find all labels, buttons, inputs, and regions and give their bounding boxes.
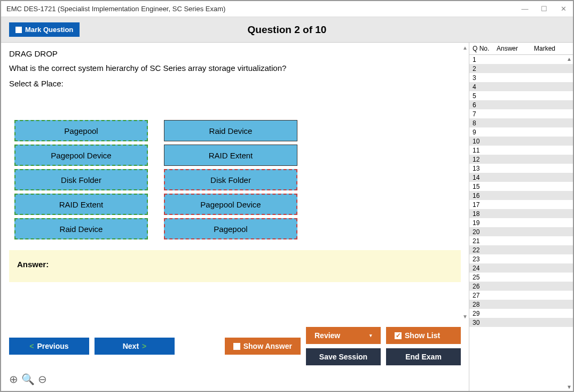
- end-exam-button[interactable]: End Exam: [386, 348, 461, 365]
- list-row-qno: 23: [473, 255, 494, 263]
- list-row[interactable]: 26: [469, 282, 573, 291]
- show-list-button[interactable]: Show List: [386, 327, 461, 344]
- list-row[interactable]: 17: [469, 200, 573, 209]
- list-row-qno: 16: [473, 192, 494, 199]
- list-row[interactable]: 19: [469, 218, 573, 227]
- maximize-icon[interactable]: ☐: [540, 5, 548, 13]
- list-row-qno: 5: [473, 92, 494, 100]
- list-row[interactable]: 5: [469, 91, 573, 100]
- target-column: Raid Device RAID Extent Disk Folder Page…: [164, 120, 297, 239]
- list-row[interactable]: 3: [469, 73, 573, 82]
- list-row-qno: 13: [473, 165, 494, 172]
- list-row[interactable]: 23: [469, 254, 573, 263]
- show-answer-label: Show Answer: [243, 342, 292, 350]
- list-row-qno: 3: [473, 74, 494, 82]
- question-scroll[interactable]: ▲ DRAG DROP What is the correct system h…: [1, 43, 469, 322]
- list-row-qno: 8: [473, 119, 494, 127]
- close-icon[interactable]: ✕: [559, 5, 568, 13]
- drop-target-item[interactable]: Pagepool Device: [164, 194, 297, 215]
- col-showlist-end: Show List End Exam: [386, 327, 461, 365]
- drop-target-item[interactable]: Disk Folder: [164, 169, 297, 190]
- list-row[interactable]: 11: [469, 146, 573, 155]
- review-button[interactable]: Review ▾: [306, 327, 381, 344]
- zoom-reset-icon[interactable]: 🔍: [21, 373, 35, 386]
- list-row[interactable]: 6: [469, 100, 573, 109]
- list-row-qno: 6: [473, 101, 494, 109]
- list-row-qno: 29: [473, 310, 494, 317]
- list-scroll-up-icon[interactable]: ▲: [567, 56, 572, 62]
- answer-box: Answer:: [9, 250, 461, 282]
- list-row[interactable]: 22: [469, 245, 573, 254]
- save-session-button[interactable]: Save Session: [306, 348, 381, 365]
- drop-target-item[interactable]: Raid Device: [164, 120, 297, 141]
- list-row-qno: 30: [473, 319, 494, 326]
- previous-label: Previous: [37, 342, 69, 350]
- zoom-bar: ⊕ 🔍 ⊖: [1, 371, 469, 391]
- source-column: Pagepool Pagepool Device Disk Folder RAI…: [14, 120, 148, 239]
- list-row-qno: 22: [473, 246, 494, 254]
- list-row[interactable]: 16: [469, 191, 573, 200]
- list-row[interactable]: 18: [469, 209, 573, 218]
- list-row[interactable]: 29: [469, 309, 573, 318]
- list-row-qno: 27: [473, 292, 494, 299]
- drag-source-item[interactable]: Disk Folder: [14, 169, 148, 190]
- drag-source-item[interactable]: Pagepool Device: [14, 145, 148, 166]
- scroll-down-icon[interactable]: ▼: [462, 314, 468, 319]
- col-marked: Marked: [531, 43, 573, 54]
- question-counter: Question 2 of 10: [248, 24, 327, 36]
- list-row-qno: 20: [473, 228, 494, 236]
- list-row[interactable]: 8: [469, 118, 573, 127]
- checkbox-checked-icon: [395, 332, 402, 339]
- previous-button[interactable]: < Previous: [9, 338, 89, 355]
- list-row[interactable]: 20: [469, 227, 573, 236]
- list-row[interactable]: 25: [469, 273, 573, 282]
- checkbox-icon: [233, 343, 240, 350]
- next-label: Next: [123, 342, 139, 350]
- next-button[interactable]: Next >: [95, 338, 175, 355]
- list-row-qno: 1: [473, 56, 494, 63]
- drag-source-item[interactable]: Pagepool: [14, 120, 148, 141]
- list-row[interactable]: 10: [469, 137, 573, 146]
- list-row[interactable]: 4: [469, 82, 573, 91]
- show-list-label: Show List: [405, 331, 440, 340]
- question-list-panel: Q No. Answer Marked ▲ ▼ 1234567891011121…: [469, 43, 573, 391]
- list-row[interactable]: 24: [469, 263, 573, 273]
- checkbox-icon: [15, 27, 22, 33]
- list-row[interactable]: 28: [469, 300, 573, 309]
- list-row-qno: 26: [473, 283, 494, 290]
- col-answer: Answer: [493, 43, 531, 54]
- list-row[interactable]: 21: [469, 236, 573, 245]
- zoom-out-icon[interactable]: ⊖: [38, 373, 47, 386]
- list-row[interactable]: 15: [469, 182, 573, 191]
- mark-question-button[interactable]: Mark Question: [9, 22, 80, 37]
- list-row-qno: 12: [473, 156, 494, 163]
- list-row[interactable]: 30: [469, 318, 573, 327]
- scroll-up-icon[interactable]: ▲: [462, 45, 468, 51]
- list-row[interactable]: 7: [469, 109, 573, 118]
- drag-source-item[interactable]: Raid Device: [14, 218, 148, 239]
- list-scroll-down-icon[interactable]: ▼: [567, 384, 572, 390]
- list-row-qno: 21: [473, 237, 494, 245]
- list-row[interactable]: 27: [469, 291, 573, 300]
- list-row[interactable]: 9: [469, 127, 573, 137]
- list-row-qno: 4: [473, 83, 494, 91]
- list-row[interactable]: 1: [469, 55, 573, 64]
- list-header: Q No. Answer Marked: [469, 43, 573, 55]
- list-row[interactable]: 14: [469, 173, 573, 182]
- list-row-qno: 18: [473, 210, 494, 218]
- question-type: DRAG DROP: [9, 49, 461, 58]
- show-answer-button[interactable]: Show Answer: [225, 338, 301, 355]
- list-row[interactable]: 2: [469, 64, 573, 73]
- list-row[interactable]: 13: [469, 164, 573, 173]
- list-row-qno: 19: [473, 219, 494, 227]
- footer-bar: < Previous Next > Show Answer Review: [1, 322, 469, 371]
- app-window: EMC DES-1721 (Specialist Implementation …: [0, 0, 574, 392]
- minimize-icon[interactable]: —: [521, 5, 529, 13]
- question-list[interactable]: ▲ ▼ 123456789101112131415161718192021222…: [469, 55, 573, 391]
- drag-source-item[interactable]: RAID Extent: [14, 194, 148, 215]
- zoom-in-icon[interactable]: ⊕: [9, 373, 18, 386]
- col-qno: Q No.: [469, 43, 493, 54]
- drop-target-item[interactable]: RAID Extent: [164, 145, 297, 166]
- list-row[interactable]: 12: [469, 155, 573, 164]
- drop-target-item[interactable]: Pagepool: [164, 218, 297, 239]
